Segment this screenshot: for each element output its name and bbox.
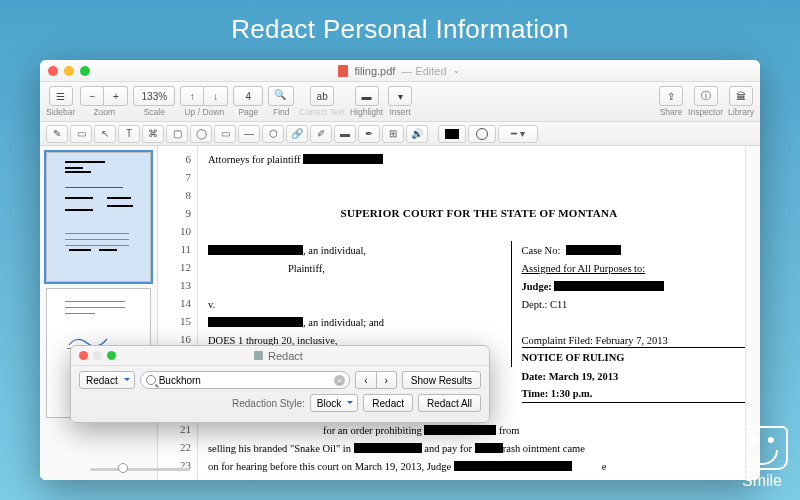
redaction-style-select[interactable]: Block [310,394,358,412]
text-body-2c: rash ointment came [503,443,585,454]
zoom-label: Zoom [93,107,115,117]
redaction-bar [475,443,503,453]
text-body-3: on for hearing before this court on Marc… [208,461,451,472]
document-page[interactable]: Attorneys for plaintiff SUPERIOR COURT F… [198,146,760,480]
redact-panel: Redact Redact Buckhorn × ‹ › Show Result… [70,345,490,423]
pdf-file-icon [338,65,348,77]
redaction-bar [354,443,422,453]
sidebar-button[interactable]: ☰ [49,86,73,106]
toolbar-tools: ✎ ▭ ↖ T ⌘ ▢ ◯ ▭ ― ⬡ 🔗 ✐ ▬ ✒ ⊞ 🔊 ━ ▾ [40,122,760,146]
share-label: Share [660,107,683,117]
text-dept: Dept.: C11 [522,299,568,310]
page-down-button[interactable]: ↓ [204,86,228,106]
clear-icon[interactable]: × [334,375,345,386]
show-results-button[interactable]: Show Results [402,371,481,389]
tool-edit[interactable]: ✎ [46,125,68,143]
toolbar-main: ☰ Sidebar − + Zoom 133% Scale ↑ ↓ Up / D… [40,82,760,122]
thumbnail-sidebar[interactable] [40,146,158,480]
sidebar-label: Sidebar [46,107,75,117]
titlebar: filing.pdf — Edited ⌄ [40,60,760,82]
tool-note[interactable]: ⌘ [142,125,164,143]
prev-result-button[interactable]: ‹ [355,371,376,389]
tool-arrow[interactable]: ↖ [94,125,116,143]
text-case-no: Case No: [522,245,561,256]
tool-line[interactable]: ― [238,125,260,143]
redaction-bar [208,245,303,255]
tool-sound[interactable]: 🔊 [406,125,428,143]
redact-panel-icon [254,351,263,360]
tool-text[interactable]: T [118,125,140,143]
updown-label: Up / Down [184,107,224,117]
inspector-button[interactable]: ⓘ [694,86,718,106]
close-icon[interactable] [48,66,58,76]
find-button[interactable]: 🔍 [268,86,294,106]
stroke-color[interactable] [438,125,466,143]
highlight-button[interactable]: ▬ [355,86,379,106]
text-individual-and: , an individual; and [303,317,384,328]
tool-link[interactable]: 🔗 [286,125,308,143]
share-button[interactable]: ⇪ [659,86,683,106]
text-body-2b: and pay for [424,443,472,454]
brand-logo: Smile [736,426,788,490]
maximize-icon[interactable] [80,66,90,76]
window-filename: filing.pdf [354,65,395,77]
minimize-icon[interactable] [64,66,74,76]
fill-color[interactable] [468,125,496,143]
zoom-in-button[interactable]: + [104,86,128,106]
text-attorneys: Attorneys for plaintiff [208,154,301,165]
tool-select[interactable]: ▭ [70,125,92,143]
redaction-bar [454,461,572,471]
thumbnail-page-selected[interactable] [46,152,151,282]
maximize-icon[interactable] [107,351,116,360]
correct-label: Correct Text [299,107,345,117]
zoom-value-field[interactable]: 133% [133,86,175,106]
page-label: Page [238,107,258,117]
correct-text-button[interactable]: ab [310,86,334,106]
redaction-style-label: Redaction Style: [232,398,305,409]
insert-button[interactable]: ▾ [388,86,412,106]
content-area: 678910 1112131415 1617181920 2122232425 … [40,146,760,480]
line-style[interactable]: ━ ▾ [498,125,538,143]
line-number-gutter: 678910 1112131415 1617181920 2122232425 [158,146,198,480]
text-assigned: Assigned for All Purposes to: [522,263,646,274]
window-edited-label: — Edited [401,65,446,77]
text-does: DOES 1 through 20, inclusive, [208,335,338,346]
minimize-icon [93,351,102,360]
text-body-1b: from [499,425,519,436]
tool-rounded[interactable]: ▭ [214,125,236,143]
text-court-title: SUPERIOR COURT FOR THE STATE OF MONTANA [341,207,618,219]
tool-callout[interactable]: ✐ [310,125,332,143]
tool-oval[interactable]: ◯ [190,125,212,143]
library-label: Library [728,107,754,117]
redact-mode-select[interactable]: Redact [79,371,135,389]
close-icon[interactable] [79,351,88,360]
search-icon [146,375,156,385]
insert-label: Insert [389,107,410,117]
next-result-button[interactable]: › [377,371,397,389]
redact-search-value: Buckhorn [159,375,201,386]
redact-button[interactable]: Redact [363,394,413,412]
tool-stamp[interactable]: ⊞ [382,125,404,143]
text-date: Date: March 19, 2013 [522,371,619,382]
text-body-2a: selling his branded "Snake Oil" in [208,443,351,454]
tool-signature[interactable]: ✒ [358,125,380,143]
tool-redact[interactable]: ▬ [334,125,356,143]
page-up-button[interactable]: ↑ [180,86,204,106]
text-time: Time: 1:30 p.m. [522,388,593,399]
redact-all-button[interactable]: Redact All [418,394,481,412]
search-icon: 🔍 [274,89,288,103]
text-plaintiff: Plaintiff, [288,263,325,274]
library-button[interactable]: 🏛 [729,86,753,106]
text-body-4: Having read the motion, the points and a… [208,479,568,481]
find-label: Find [273,107,290,117]
redact-panel-title: Redact [268,350,303,362]
redact-search-input[interactable]: Buckhorn × [140,371,350,389]
zoom-out-button[interactable]: − [80,86,104,106]
tool-rect[interactable]: ▢ [166,125,188,143]
zoom-slider[interactable] [90,462,190,476]
highlight-label: Highlight [350,107,383,117]
banner-title: Redact Personal Information [0,0,800,57]
tool-poly[interactable]: ⬡ [262,125,284,143]
redaction-bar [554,281,664,291]
page-number-field[interactable]: 4 [233,86,263,106]
